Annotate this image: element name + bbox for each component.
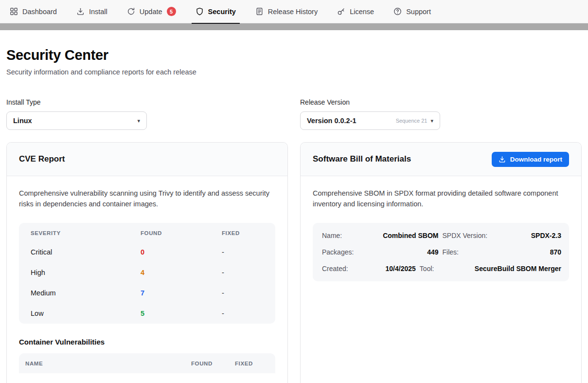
sbom-spdx-label: SPDX Version: (443, 232, 494, 239)
sbom-body: Comprehensive SBOM in SPDX format provid… (301, 176, 581, 293)
sbom-title: Software Bill of Materials (313, 154, 411, 164)
release-version-filter: Release Version Version 0.0.2-1 Sequence… (300, 98, 582, 130)
main-content: Security Center Security information and… (0, 47, 588, 383)
top-nav: Dashboard Install Update 5 Security Rele… (0, 0, 588, 23)
install-type-select[interactable]: Linux ▾ (6, 111, 147, 130)
container-table-header: NAME FOUND FIXED (19, 353, 275, 373)
nav-item-security[interactable]: Security (192, 0, 240, 23)
release-version-select[interactable]: Version 0.0.2-1 Sequence 21 ▾ (300, 111, 440, 130)
update-count-badge: 5 (167, 7, 176, 16)
chevron-down-icon: ▾ (137, 118, 140, 124)
install-type-label: Install Type (6, 98, 288, 106)
severity-name: Medium (31, 289, 141, 297)
severity-name: Critical (31, 248, 141, 256)
sbom-created-value: 10/4/2025 (374, 265, 416, 273)
download-icon (499, 156, 506, 163)
table-row: Low 5 - (19, 303, 275, 324)
sbom-header: Software Bill of Materials Download repo… (301, 143, 581, 176)
cve-report-title: CVE Report (19, 154, 65, 164)
table-row: Name: Combined SBOM SPDX Version: SPDX-2… (322, 227, 561, 244)
severity-fixed: - (222, 310, 264, 317)
nav-label: License (350, 8, 374, 16)
update-icon (127, 7, 135, 16)
sbom-files-label: Files: (443, 248, 494, 256)
sbom-description: Comprehensive SBOM in SPDX format provid… (313, 188, 569, 210)
sbom-name-label: Name: (322, 232, 371, 239)
sbom-card: Software Bill of Materials Download repo… (300, 142, 582, 383)
release-history-icon (255, 7, 264, 16)
cve-report-description: Comprehensive vulnerability scanning usi… (19, 188, 275, 210)
table-row: Packages: 449 Files: 870 (322, 244, 561, 260)
install-type-filter: Install Type Linux ▾ (6, 98, 288, 130)
col-found: FOUND (141, 230, 222, 236)
nav-label: Update (140, 8, 162, 16)
col-fixed: FIXED (222, 230, 264, 236)
severity-fixed: - (222, 289, 264, 297)
install-type-value: Linux (13, 117, 32, 125)
col-found: FOUND (191, 361, 235, 366)
table-row: Medium 7 - (19, 283, 275, 303)
col-severity: SEVERITY (31, 230, 141, 236)
chevron-down-icon: ▾ (430, 118, 433, 124)
nav-label: Install (89, 8, 107, 16)
filters-row: Install Type Linux ▾ Release Version Ver… (6, 98, 582, 130)
download-report-button[interactable]: Download report (492, 152, 569, 167)
nav-item-install[interactable]: Install (72, 0, 111, 23)
nav-label: Security (208, 8, 236, 16)
cve-report-header: CVE Report (7, 143, 287, 176)
support-icon (393, 7, 402, 16)
cards-row: CVE Report Comprehensive vulnerability s… (6, 142, 582, 383)
sbom-name-value: Combined SBOM (374, 232, 439, 239)
page-subtitle: Security information and compliance repo… (6, 68, 582, 76)
table-row: Critical 0 - (19, 242, 275, 262)
severity-fixed: - (222, 269, 264, 276)
install-icon (76, 7, 85, 16)
severity-found: 4 (141, 269, 222, 276)
table-row: Created: 10/4/2025 Tool: SecureBuild SBO… (322, 260, 561, 277)
nav-item-release-history[interactable]: Release History (251, 0, 321, 23)
nav-item-support[interactable]: Support (390, 0, 435, 23)
release-version-sequence: Sequence 21 (396, 118, 428, 124)
cve-report-body: Comprehensive vulnerability scanning usi… (7, 176, 287, 383)
dashboard-icon (10, 7, 18, 16)
release-version-meta-group: Sequence 21 ▾ (396, 118, 433, 124)
table-row: High 4 - (19, 262, 275, 283)
sbom-details-grid: Name: Combined SBOM SPDX Version: SPDX-2… (313, 223, 569, 281)
sbom-packages-label: Packages: (322, 248, 371, 256)
severity-name: High (31, 269, 141, 276)
page-title: Security Center (6, 47, 582, 63)
severity-found: 5 (141, 310, 222, 317)
cve-report-card: CVE Report Comprehensive vulnerability s… (6, 142, 288, 383)
container-vulnerabilities-table: NAME FOUND FIXED (19, 353, 275, 373)
col-fixed: FIXED (235, 361, 269, 366)
severity-found: 0 (141, 248, 222, 256)
scroll-indicator-band (0, 23, 588, 30)
download-report-label: Download report (510, 156, 562, 163)
security-icon (196, 7, 204, 16)
sbom-spdx-value: SPDX-2.3 (498, 232, 562, 239)
nav-item-dashboard[interactable]: Dashboard (6, 0, 61, 23)
sbom-files-value: 870 (498, 248, 562, 256)
sbom-tool-label: Tool: (420, 265, 471, 273)
nav-label: Support (406, 8, 431, 16)
sbom-packages-value: 449 (374, 248, 439, 256)
container-vulnerabilities-title: Container Vulnerabilities (19, 338, 275, 346)
license-icon (337, 7, 345, 16)
nav-item-license[interactable]: License (333, 0, 378, 23)
nav-label: Release History (268, 8, 318, 16)
severity-fixed: - (222, 248, 264, 256)
release-version-value: Version 0.0.2-1 (307, 117, 356, 125)
nav-item-update[interactable]: Update 5 (123, 0, 180, 23)
sbom-tool-value: SecureBuild SBOM Merger (475, 265, 561, 273)
severity-table: SEVERITY FOUND FIXED Critical 0 - High 4… (19, 223, 275, 324)
release-version-label: Release Version (300, 98, 582, 106)
severity-table-header: SEVERITY FOUND FIXED (19, 223, 275, 242)
col-name: NAME (25, 361, 191, 366)
severity-name: Low (31, 310, 141, 317)
sbom-created-label: Created: (322, 265, 371, 273)
nav-label: Dashboard (22, 8, 57, 16)
severity-found: 7 (141, 289, 222, 297)
